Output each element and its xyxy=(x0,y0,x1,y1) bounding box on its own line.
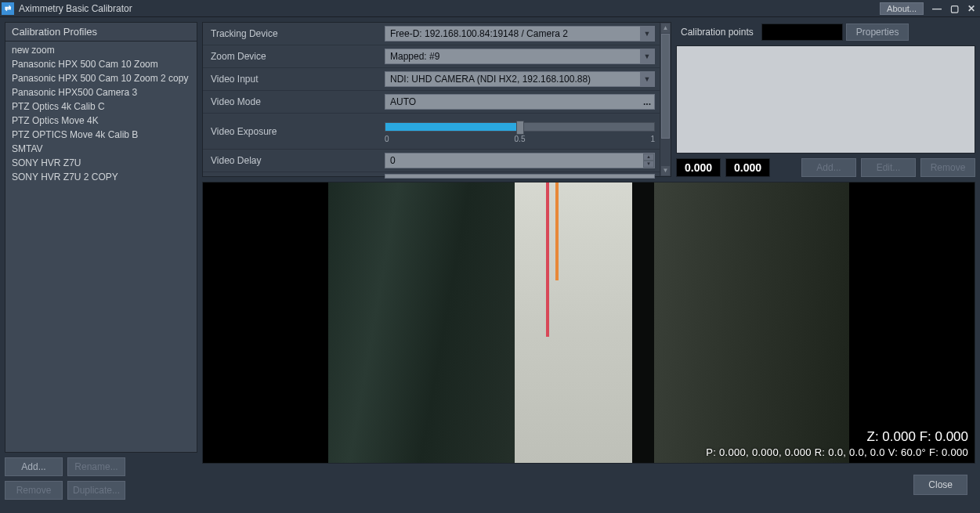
minimize-button[interactable]: — xyxy=(930,2,944,15)
zoom-device-dropdown[interactable]: Mapped: #9 ▼ xyxy=(385,49,655,64)
chevron-down-icon: ▼ xyxy=(640,49,654,63)
scroll-up-icon[interactable]: ▲ xyxy=(660,23,671,34)
profile-remove-button[interactable]: Remove xyxy=(5,481,63,500)
calib-edit-button[interactable]: Edit... xyxy=(861,158,916,177)
video-delay-field[interactable]: 0 ▲▼ xyxy=(385,153,655,168)
chevron-down-icon: ▼ xyxy=(640,72,654,86)
profile-item[interactable]: PTZ Optics 4k Calib C xyxy=(5,99,197,114)
tick-label: 0 xyxy=(385,135,389,143)
settings-scrollbar[interactable]: ▲ ▼ xyxy=(660,23,671,176)
calib-remove-button[interactable]: Remove xyxy=(920,158,975,177)
profile-item[interactable]: SONY HVR Z7U xyxy=(5,156,197,170)
profile-item[interactable]: SONY HVR Z7U 2 COPY xyxy=(5,170,197,184)
tracking-device-value: Free-D: 192.168.100.84:19148 / Camera 2 xyxy=(385,28,640,39)
calibration-value-box xyxy=(761,23,843,41)
zoom-device-value: Mapped: #9 xyxy=(385,51,640,62)
video-input-label: Video Input xyxy=(203,74,385,85)
video-input-value: NDI: UHD CAMERA (NDI HX2, 192.168.100.88… xyxy=(385,74,640,85)
video-mode-value: AUTO xyxy=(385,96,640,107)
calibration-points-list[interactable] xyxy=(676,45,975,154)
video-preview[interactable]: Z: 0.000 F: 0.000 P: 0.000, 0.000, 0.000… xyxy=(202,182,975,464)
profile-item[interactable]: Panasonic HPX500 Camera 3 xyxy=(5,85,197,99)
about-button[interactable]: About... xyxy=(880,2,924,15)
profile-item[interactable]: SMTAV xyxy=(5,142,197,156)
preview-zf-readout: Z: 0.000 F: 0.000 xyxy=(706,429,968,445)
tick-label: 0.5 xyxy=(515,135,526,143)
spinner-icon[interactable]: ▲▼ xyxy=(643,154,654,168)
scrollbar-thumb[interactable] xyxy=(661,34,670,139)
tracking-device-dropdown[interactable]: Free-D: 192.168.100.84:19148 / Camera 2 … xyxy=(385,26,655,42)
maximize-button[interactable]: ▢ xyxy=(947,2,961,15)
video-mode-field[interactable]: AUTO ... xyxy=(385,94,655,110)
profiles-header: Calibration Profiles xyxy=(5,23,197,42)
profile-item[interactable]: Panasonic HPX 500 Cam 10 Zoom 2 copy xyxy=(5,71,197,85)
scroll-down-icon[interactable]: ▼ xyxy=(660,165,671,176)
close-button[interactable]: Close xyxy=(913,475,967,495)
tick-label: 1 xyxy=(650,135,655,143)
video-exposure-slider[interactable] xyxy=(385,122,655,132)
video-input-dropdown[interactable]: NDI: UHD CAMERA (NDI HX2, 192.168.100.88… xyxy=(385,71,655,87)
preview-prvf-readout: P: 0.000, 0.000, 0.000 R: 0.0, 0.0, 0.0 … xyxy=(706,446,968,458)
video-exposure-label: Video Exposure xyxy=(203,126,385,137)
coord-y-value: 0.000 xyxy=(725,158,770,177)
calib-add-button[interactable]: Add... xyxy=(801,158,856,177)
zoom-device-label: Zoom Device xyxy=(203,51,385,62)
profile-add-button[interactable]: Add... xyxy=(5,457,63,476)
profiles-list[interactable]: new zoom Panasonic HPX 500 Cam 10 Zoom P… xyxy=(5,42,197,452)
profile-item[interactable]: PTZ Optics Move 4K xyxy=(5,114,197,128)
video-delay-label: Video Delay xyxy=(203,155,385,166)
video-mode-label: Video Mode xyxy=(203,96,385,107)
coord-x-value: 0.000 xyxy=(676,158,721,177)
preview-overlay: Z: 0.000 F: 0.000 P: 0.000, 0.000, 0.000… xyxy=(706,429,968,458)
slider-thumb[interactable] xyxy=(516,121,524,135)
close-window-button[interactable]: ✕ xyxy=(964,2,978,15)
profile-rename-button[interactable]: Rename... xyxy=(67,457,125,476)
titlebar: ⇄ Aximmetry Basic Calibrator About... — … xyxy=(0,0,980,17)
app-title: Aximmetry Basic Calibrator xyxy=(19,3,880,14)
profile-item[interactable]: Panasonic HPX 500 Cam 10 Zoom xyxy=(5,57,197,71)
calibration-points-label: Calibration points xyxy=(676,27,758,38)
profile-duplicate-button[interactable]: Duplicate... xyxy=(67,481,125,500)
ellipsis-icon[interactable]: ... xyxy=(640,96,654,107)
properties-button[interactable]: Properties xyxy=(846,23,909,41)
profile-item[interactable]: new zoom xyxy=(5,43,197,57)
chevron-down-icon: ▼ xyxy=(640,27,654,41)
profile-item[interactable]: PTZ OPTICS Move 4k Calib B xyxy=(5,128,197,142)
tracking-device-label: Tracking Device xyxy=(203,28,385,39)
app-icon: ⇄ xyxy=(2,2,14,15)
video-delay-value: 0 xyxy=(385,155,643,166)
